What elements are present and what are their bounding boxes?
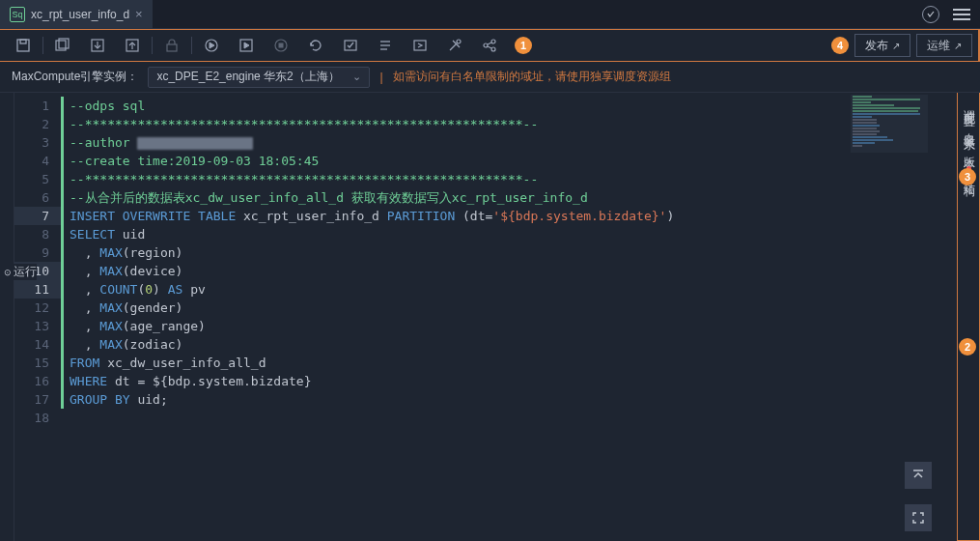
engine-bar: MaxCompute引擎实例： xc_DPE_E2_engine 华东2（上海）… (0, 62, 980, 93)
side-item-schedule[interactable]: 调度配置 (961, 100, 977, 108)
code-text: WHERE dt = ${bdp.system.bizdate} (70, 372, 311, 390)
import-button[interactable] (80, 31, 115, 60)
svg-rect-22 (414, 41, 426, 50)
code-text: FROM xc_dw_user_info_all_d (70, 354, 266, 372)
code-text: , MAX(gender) (70, 299, 182, 317)
side-item-lineage[interactable]: 血缘关系 (961, 124, 977, 131)
code-line[interactable]: 11 , COUNT(0) AS pv (14, 280, 957, 299)
code-line[interactable]: 12 , MAX(gender) (14, 299, 957, 317)
svg-rect-17 (279, 43, 283, 47)
ops-button[interactable]: 运维↗ (916, 34, 972, 57)
save-all-button[interactable] (45, 31, 80, 60)
line-number: 3 (14, 133, 61, 152)
code-text: , MAX(age_range) (70, 317, 206, 335)
code-text: --author (70, 133, 253, 152)
code-line[interactable]: 8SELECT uid (14, 225, 957, 243)
code-line[interactable]: 2--*************************************… (14, 115, 957, 133)
line-number: 1 (14, 97, 61, 115)
status-check-icon[interactable] (922, 6, 939, 23)
stop-button[interactable] (264, 31, 298, 60)
line-number: 14 (14, 335, 61, 354)
code-line[interactable]: 5--*************************************… (14, 170, 957, 188)
engine-separator: | (379, 71, 382, 84)
code-line[interactable]: 1--odps sql (14, 97, 957, 115)
line-number: 9 (14, 243, 61, 262)
line-number: 15 (14, 354, 61, 372)
minimap[interactable] (851, 95, 928, 153)
change-bar (61, 115, 64, 133)
arrow-out-icon: ↗ (892, 41, 900, 51)
change-bar (61, 225, 64, 243)
menu-icon[interactable] (953, 8, 970, 21)
line-number: 12 (14, 299, 61, 317)
code-line[interactable]: 6--从合并后的数据表xc_dw_user_info_all_d 获取有效数据写… (14, 188, 957, 207)
side-panel: 调度配置 3 血缘关系 版本 结构 2 (957, 93, 980, 541)
publish-button[interactable]: 发布↗ (854, 34, 910, 57)
code-text: --create time:2019-09-03 18:05:45 (70, 152, 319, 170)
change-bar (61, 280, 64, 299)
code-area[interactable]: 1--odps sql2--**************************… (14, 93, 957, 541)
code-line[interactable]: 9 , MAX(region) (14, 243, 957, 262)
engine-label: MaxCompute引擎实例： (12, 69, 138, 85)
code-text: INSERT OVERWRITE TABLE xc_rpt_user_info_… (70, 207, 674, 225)
engine-value: xc_DPE_E2_engine 华东2（上海） (156, 69, 339, 85)
run-tag[interactable]: ⊙ 运行 (4, 264, 37, 280)
arrow-out-icon: ↗ (954, 41, 962, 51)
side-item-versions[interactable]: 版本 (961, 147, 977, 151)
svg-rect-11 (167, 44, 177, 51)
code-line[interactable]: 13 , MAX(age_range) (14, 317, 957, 335)
scroll-top-button[interactable] (905, 462, 932, 489)
check-button[interactable] (333, 31, 368, 60)
export-button[interactable] (115, 31, 150, 60)
line-number: 11 (14, 280, 61, 299)
toolbar-divider (42, 37, 43, 54)
svg-marker-13 (210, 43, 214, 48)
engine-select[interactable]: xc_DPE_E2_engine 华东2（上海） ⌄ (148, 67, 370, 88)
fullscreen-button[interactable] (905, 504, 932, 531)
svg-point-24 (484, 43, 488, 47)
close-icon[interactable]: × (135, 7, 143, 21)
code-text: SELECT uid (70, 225, 145, 243)
code-line[interactable]: 15FROM xc_dw_user_info_all_d (14, 354, 957, 372)
code-line[interactable]: 3--author (14, 133, 957, 152)
change-bar (61, 390, 64, 409)
code-text: GROUP BY uid; (70, 390, 168, 409)
code-text: , COUNT(0) AS pv (70, 280, 206, 299)
file-tab[interactable]: Sq xc_rpt_user_info_d × (0, 0, 153, 29)
svg-rect-3 (17, 40, 29, 51)
badge-2: 2 (959, 338, 976, 356)
code-line[interactable]: 14 , MAX(zodiac) (14, 335, 957, 354)
toolbar-divider (152, 37, 153, 54)
code-line[interactable]: 4--create time:2019-09-03 18:05:45 (14, 152, 957, 170)
change-bar (61, 335, 64, 354)
chevron-down-icon: ⌄ (352, 71, 361, 83)
code-text: --odps sql (70, 97, 145, 115)
code-line[interactable]: 18 (14, 409, 957, 427)
line-number: 8 (14, 225, 61, 243)
change-bar (61, 207, 64, 225)
share-button[interactable] (472, 31, 507, 60)
code-line[interactable]: 17GROUP BY uid; (14, 390, 957, 409)
line-number: 6 (14, 188, 61, 207)
code-text: , MAX(device) (70, 262, 182, 280)
code-line[interactable]: 16WHERE dt = ${bdp.system.bizdate} (14, 372, 957, 390)
code-line[interactable]: 10 , MAX(device) (14, 262, 957, 280)
engine-warning: 如需访问有白名单限制的域址，请使用独享调度资源组 (393, 69, 671, 85)
change-bar (61, 170, 64, 188)
line-number: 18 (14, 409, 61, 427)
lock-button[interactable] (154, 31, 189, 60)
code-text: , MAX(region) (70, 243, 182, 262)
reload-button[interactable] (298, 31, 333, 60)
indent-button[interactable] (403, 31, 437, 60)
settings-button[interactable] (437, 31, 472, 60)
svg-point-26 (491, 47, 495, 51)
change-bar (61, 243, 64, 262)
tab-bar: Sq xc_rpt_user_info_d × (0, 0, 980, 29)
change-bar (61, 317, 64, 335)
format-button[interactable] (368, 31, 403, 60)
run-button[interactable] (194, 31, 229, 60)
save-button[interactable] (6, 31, 41, 60)
line-number: 5 (14, 170, 61, 188)
run-selected-button[interactable] (229, 31, 264, 60)
code-line[interactable]: 7INSERT OVERWRITE TABLE xc_rpt_user_info… (14, 207, 957, 225)
